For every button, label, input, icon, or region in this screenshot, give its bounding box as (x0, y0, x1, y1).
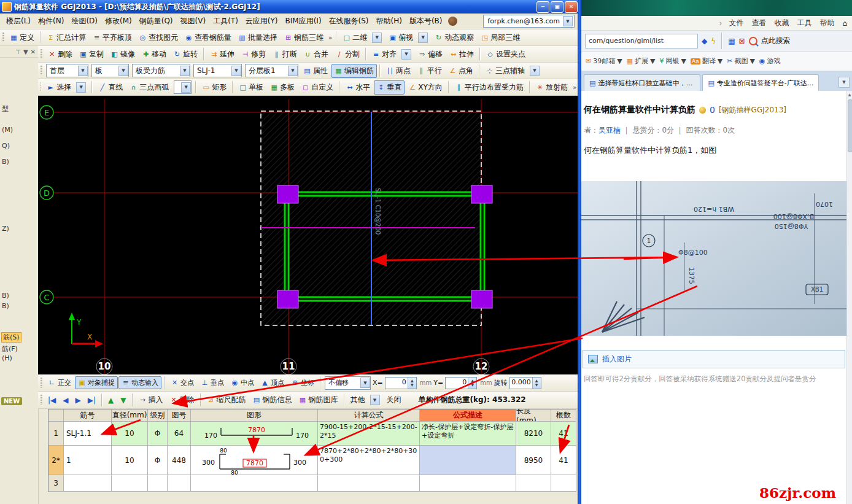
overflow-chevron[interactable]: » (571, 84, 578, 91)
vertical-button[interactable]: ↕垂直 (374, 80, 405, 95)
dynamic-input-toggle[interactable]: ≡动态输入 (118, 376, 161, 389)
view-rebar-amount-button[interactable]: ◉查看钢筋量 (182, 31, 234, 45)
question-photo[interactable]: 1 1070 WB1 h=120 B:XΦ8@100 YΦ8@150 Φ8@10… (581, 181, 852, 336)
col-header-count[interactable]: 根数 (551, 409, 576, 422)
two-point-button[interactable]: ∣∣两点 (383, 64, 414, 78)
asker-link[interactable]: 吴亚楠 (598, 126, 621, 134)
move-row-down-button[interactable]: ▼ (117, 394, 129, 406)
toolbar-grip[interactable] (2, 33, 4, 42)
bookmark-games[interactable]: ◉游戏 (757, 55, 783, 67)
insert-row-button[interactable]: →插入 (136, 393, 166, 407)
scale-rebar-button[interactable]: ⊿缩尺配筋 (204, 393, 249, 407)
row1-grade[interactable]: Φ (148, 422, 168, 446)
sidebar-item-9[interactable]: (H) (2, 354, 12, 362)
floor-select[interactable]: 首层▼ (46, 64, 88, 77)
tab-list-button[interactable]: ▼ (838, 77, 850, 88)
row1-count[interactable]: 41 (551, 422, 576, 446)
horizontal-button[interactable]: ↔水平 (343, 80, 373, 95)
toolbar-grip[interactable] (41, 378, 42, 388)
scroll-up-icon[interactable]: ▲ (847, 92, 852, 96)
partial-3d-button[interactable]: ◳局部三维 (478, 31, 523, 45)
find-element-button[interactable]: ◎查找图元 (136, 31, 181, 45)
point-angle-button[interactable]: ∠点角 (446, 64, 476, 78)
lightning-icon[interactable]: ϟ (711, 37, 716, 45)
addon-icon[interactable]: ◆ (702, 37, 707, 45)
three-point-arc-button[interactable]: ∩三点画弧 (126, 80, 172, 95)
chevron-down-icon[interactable]: ▼ (401, 49, 411, 60)
chevron-down-icon[interactable]: ▼ (530, 66, 540, 76)
col-header-name[interactable]: 筋号 (64, 409, 112, 422)
stretch-button[interactable]: ↔拉伸 (446, 47, 477, 61)
parallel-button[interactable]: ∥平行 (414, 64, 445, 78)
element-select[interactable]: 板▼ (91, 64, 129, 77)
align-button[interactable]: ≡对齐▼ (369, 47, 414, 61)
object-snap-toggle[interactable]: ▣对象捕捉 (75, 376, 118, 389)
rotate-input[interactable]: 0.000▲▼ (509, 377, 541, 389)
view-2d-button[interactable]: ▢二维▼ (339, 31, 385, 45)
rebar-library-button[interactable]: ▦钢筋图库 (296, 393, 341, 407)
menu-help[interactable]: 帮助(H) (373, 14, 406, 28)
row2-shape-no[interactable]: 448 (168, 446, 191, 475)
layer-select[interactable]: 分层板1▼ (245, 64, 298, 77)
summary-calc-button[interactable]: Σ汇总计算 (44, 31, 89, 45)
set-grips-button[interactable]: ◇设置夹点 (483, 47, 529, 61)
row2-shape[interactable]: 300 80 7870 80 300 (191, 446, 318, 475)
chevron-down-icon[interactable]: ▼ (372, 33, 382, 43)
row3-shape-no[interactable] (168, 475, 191, 492)
menu-floor[interactable]: 楼层(L) (2, 14, 34, 28)
row1-formula-desc[interactable]: 净长-保护层+设定弯折-保护层+设定弯折 (420, 422, 516, 446)
apps-grid-icon[interactable]: ▦ (728, 37, 735, 45)
top-view-button[interactable]: ▣俯视▼ (385, 31, 431, 45)
row3-grade[interactable] (148, 475, 168, 492)
break-button[interactable]: ‖打断 (269, 47, 300, 61)
bookmark-mail[interactable]: ✉39邮箱▼ (584, 55, 624, 67)
row2-formula[interactable]: 7870+2*80+2*80+2*80+300+300 (318, 446, 420, 475)
browser-menu-help[interactable]: 帮助 (816, 17, 838, 29)
row2-name[interactable]: 1 (64, 446, 112, 475)
mirror-button[interactable]: ◧镜像 (107, 47, 138, 61)
row3-number[interactable]: 3 (48, 475, 64, 492)
nav-prev-button[interactable]: ◀ (60, 394, 71, 406)
chevron-right-icon[interactable]: › (719, 19, 722, 28)
minimize-button[interactable]: ─ (536, 1, 549, 13)
align-slab-top-button[interactable]: ≡平齐板顶 (90, 31, 135, 45)
ortho-toggle[interactable]: ∟正交 (45, 376, 74, 389)
radial-rebar-button[interactable]: ✳放射筋 (533, 80, 571, 95)
define-button[interactable]: ▦定义 (7, 31, 37, 45)
other-menu-button[interactable]: 其他▼ (347, 393, 383, 407)
three-point-aux-axis-button[interactable]: ⊹三点辅轴▼ (482, 64, 543, 78)
address-input[interactable]: com/question/giml/list (585, 34, 698, 48)
sidebar-item-slab-rebar[interactable]: 筋(S) (1, 332, 21, 343)
copy-button[interactable]: ▣复制 (76, 47, 107, 61)
row2-diameter[interactable]: 10 (112, 446, 148, 475)
join-button[interactable]: ∪合并 (301, 47, 331, 61)
chevron-down-icon[interactable]: ▼ (681, 57, 686, 65)
toolbar-grip[interactable] (41, 395, 42, 405)
rebar-name-select[interactable]: SLJ-1▼ (193, 64, 242, 77)
row2-number[interactable]: 2* (48, 446, 64, 475)
sidebar-item-2[interactable]: Q) (2, 142, 10, 150)
chevron-down-icon[interactable]: ▼ (418, 33, 428, 43)
custom-range-button[interactable]: ◻自定义 (298, 80, 336, 95)
offset-mode-select[interactable]: 不偏移▼ (325, 376, 371, 390)
row1-shape[interactable]: 170 7870 170 (191, 422, 318, 446)
extend-button[interactable]: ⇉延伸 (207, 47, 238, 61)
home-icon[interactable]: ⌂ (842, 19, 847, 28)
row1-name[interactable]: SLJ-1.1 (64, 422, 112, 446)
row1-number[interactable]: 1 (48, 422, 64, 446)
snap-perpendicular-toggle[interactable]: ⊥垂点 (198, 376, 227, 389)
browser-menu-view[interactable]: 查看 (748, 17, 770, 29)
row3-count[interactable] (551, 475, 576, 492)
row3-length[interactable] (516, 475, 551, 492)
properties-button[interactable]: ▤属性 (300, 64, 331, 78)
split-button[interactable]: ∕分割 (332, 47, 363, 61)
batch-select-button[interactable]: ▥批量选择 (235, 31, 281, 45)
row3-shape[interactable] (191, 475, 318, 492)
sidebar-item-5[interactable]: B) (2, 292, 9, 300)
sidebar-item-6[interactable]: B) (2, 302, 9, 310)
nav-first-button[interactable]: |◀ (45, 394, 59, 406)
chevron-down-icon[interactable]: ▼ (23, 48, 28, 55)
xy-direction-button[interactable]: ∠XY方向 (405, 80, 446, 95)
browser-menu-favorites[interactable]: 收藏 (770, 17, 792, 29)
stop-icon[interactable]: ⊠ (739, 37, 745, 45)
